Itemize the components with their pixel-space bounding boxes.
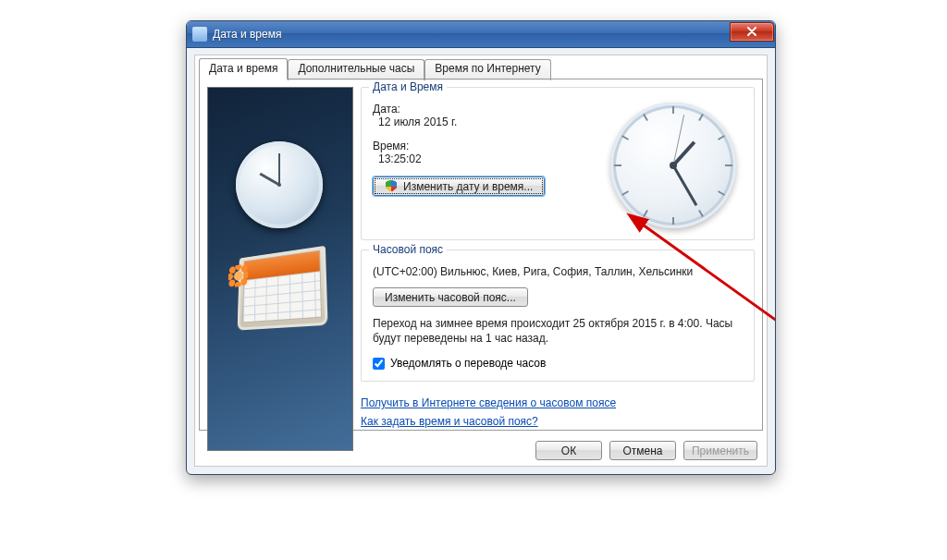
link-howto[interactable]: Как задать время и часовой пояс?: [361, 415, 538, 428]
group-date-time: Дата и Время Дата: 12 июля 2015 г. Время…: [361, 87, 755, 240]
date-time-window: Дата и время Дата и время Дополнительные…: [186, 20, 776, 475]
decorative-clock-icon: [236, 141, 323, 228]
link-label: Как задать время и часовой пояс?: [361, 415, 538, 428]
change-date-time-button[interactable]: Изменить дату и время...: [373, 177, 545, 196]
ok-button[interactable]: ОК: [535, 441, 602, 460]
time-value: 13:25:02: [378, 152, 604, 165]
titlebar[interactable]: Дата и время: [187, 21, 775, 48]
link-label: Получить в Интернете сведения о часовом …: [361, 396, 616, 409]
time-label: Время:: [373, 140, 604, 152]
window-title: Дата и время: [213, 28, 281, 41]
group-timezone: Часовой пояс (UTC+02:00) Вильнюс, Киев, …: [361, 250, 755, 382]
dialog-buttons: ОК Отмена Применить: [535, 441, 757, 460]
timezone-value: (UTC+02:00) Вильнюс, Киев, Рига, София, …: [373, 265, 743, 278]
change-timezone-button[interactable]: Изменить часовой пояс...: [373, 287, 528, 307]
button-label: Изменить дату и время...: [403, 180, 533, 193]
analog-clock: [610, 103, 736, 228]
cancel-button[interactable]: Отмена: [609, 441, 676, 460]
notify-dst-checkbox[interactable]: [373, 358, 385, 370]
button-label: ОК: [561, 444, 576, 457]
group-legend: Дата и Время: [369, 80, 447, 93]
tabstrip: Дата и время Дополнительные часы Время п…: [195, 55, 767, 79]
clock-app-icon: [192, 27, 207, 42]
tab-internet-time[interactable]: Время по Интернету: [424, 59, 550, 80]
decorative-sidebar-image: [207, 87, 353, 451]
main-content: Дата и Время Дата: 12 июля 2015 г. Время…: [361, 87, 755, 422]
tab-label: Дополнительные часы: [298, 62, 414, 75]
client-area: Дата и время Дополнительные часы Время п…: [194, 55, 768, 467]
button-label: Применить: [692, 444, 749, 457]
link-tz-online[interactable]: Получить в Интернете сведения о часовом …: [361, 396, 616, 409]
close-button[interactable]: [730, 22, 774, 42]
tab-label: Дата и время: [209, 62, 277, 75]
tab-additional-clocks[interactable]: Дополнительные часы: [288, 59, 424, 80]
apply-button[interactable]: Применить: [683, 441, 757, 460]
tab-date-time[interactable]: Дата и время: [199, 58, 288, 79]
date-label: Дата:: [373, 103, 604, 116]
shield-icon: [385, 180, 398, 193]
button-label: Отмена: [622, 444, 662, 457]
notify-dst-label: Уведомлять о переводе часов: [390, 357, 546, 370]
close-icon: [746, 27, 757, 36]
date-value: 12 июля 2015 г.: [378, 116, 604, 128]
tab-label: Время по Интернету: [435, 62, 540, 75]
decorative-calendar-icon: [231, 239, 336, 331]
button-label: Изменить часовой пояс...: [385, 291, 516, 304]
tabpage-date-time: Дата и Время Дата: 12 июля 2015 г. Время…: [199, 79, 763, 431]
dst-info-text: Переход на зимнее время происходит 25 ок…: [373, 316, 743, 346]
group-legend: Часовой пояс: [369, 243, 447, 256]
